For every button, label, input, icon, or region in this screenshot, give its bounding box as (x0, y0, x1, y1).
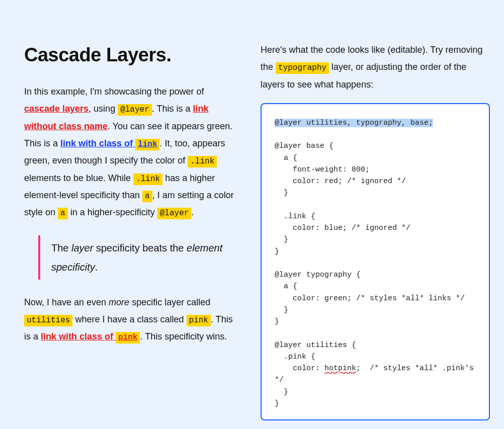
spellcheck-squiggle: hotpink (324, 364, 356, 373)
code-a: a (142, 191, 152, 202)
code-line: a { (275, 282, 297, 291)
text: . This specificity wins. (140, 331, 227, 341)
code-pink-in-link: pink (116, 332, 140, 344)
editor-intro: Here's what the code looks like (editabl… (261, 41, 490, 93)
code-layer: @layer (157, 208, 192, 219)
editor-selection: @layer utilities, typography, base; (275, 119, 433, 127)
code-line: } (275, 317, 279, 326)
code-link-in-link: link (135, 139, 159, 150)
code-a: a (58, 208, 68, 219)
text: In this example, I'm showcasing the powe… (24, 87, 204, 97)
code-line: @layer typography { (275, 271, 361, 279)
link-with-class-pink[interactable]: link with class of pink (41, 331, 140, 341)
text: The (51, 242, 71, 253)
code-line: } (275, 388, 288, 396)
code-dotlink: .link (133, 174, 162, 185)
text: elements to be blue. While (24, 173, 133, 183)
code-utilities: utilities (24, 315, 72, 326)
link-cascade-layers[interactable]: cascade layers (24, 104, 89, 114)
text: in a higher-specificity (68, 207, 157, 217)
code-line: .link { (275, 212, 315, 221)
page: Cascade Layers. In this example, I'm sho… (0, 0, 504, 429)
text: specificity beats the (93, 242, 187, 253)
code-typography: typography (276, 62, 329, 74)
text: , using (89, 104, 118, 114)
page-title: Cascade Layers. (24, 44, 240, 66)
code-line: } (275, 235, 288, 244)
code-editor[interactable]: @layer utilities, typography, base; @lay… (261, 103, 490, 420)
code-line: color: red; /* ignored */ (275, 177, 406, 186)
code-line: font-weight: 800; (275, 165, 370, 174)
code-line: } (275, 247, 279, 256)
code-dotlink: .link (188, 156, 217, 167)
blockquote: The layer specificity beats the element … (38, 235, 240, 280)
link-label: link with class of (60, 138, 135, 148)
right-column: Here's what the code looks like (editabl… (261, 25, 490, 420)
emphasis: layer (71, 242, 93, 253)
code-layer: @layer (118, 104, 152, 116)
code-line: @layer utilities { (275, 341, 356, 350)
code-line: } (275, 189, 288, 197)
emphasis: more (109, 297, 129, 307)
code-pink: pink (187, 315, 211, 326)
left-column: Cascade Layers. In this example, I'm sho… (24, 25, 240, 355)
paragraph-2: Now, I have an even more specific layer … (24, 294, 240, 346)
link-with-class-link[interactable]: link with class of link (60, 138, 159, 148)
text: where I have a class called (72, 314, 186, 324)
code-line: color: blue; /* ignored */ (275, 224, 410, 232)
code-line: color: (275, 364, 324, 373)
code-line: } (275, 306, 288, 314)
link-label: link with class of (41, 331, 116, 341)
text: Now, I have an even (24, 297, 109, 307)
text: . (191, 207, 194, 217)
text: . This is a (152, 104, 193, 114)
code-line: color: green; /* styles *all* links */ (275, 294, 465, 303)
code-line: } (275, 399, 279, 408)
text: specific layer called (129, 297, 210, 307)
paragraph-1: In this example, I'm showcasing the powe… (24, 83, 240, 221)
code-line: .pink { (275, 353, 315, 361)
text: . (95, 262, 98, 273)
code-line: a { (275, 154, 297, 162)
code-line: @layer base { (275, 142, 333, 150)
